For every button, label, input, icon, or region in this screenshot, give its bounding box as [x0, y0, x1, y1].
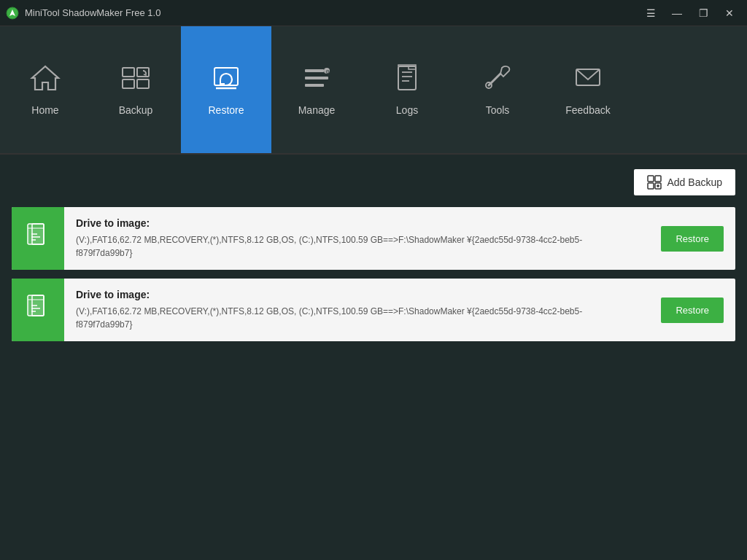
backup-card-side-icon-container — [12, 207, 64, 270]
minimize-button[interactable]: — — [665, 3, 689, 23]
svg-rect-9 — [305, 77, 328, 79]
titlebar: MiniTool ShadowMaker Free 1.0 ☰ — ❐ ✕ — [0, 0, 747, 26]
nav-label-restore: Restore — [208, 104, 244, 116]
svg-rect-8 — [305, 69, 324, 72]
backup-card: Drive to image: (V:),FAT16,62.72 MB,RECO… — [12, 279, 735, 341]
app-logo-icon — [6, 7, 19, 20]
close-button[interactable]: ✕ — [718, 3, 741, 23]
nav-item-home[interactable]: Home — [0, 26, 90, 153]
menu-button[interactable]: ☰ — [639, 3, 662, 23]
titlebar-controls: ☰ — ❐ ✕ — [639, 3, 741, 23]
nav-item-backup[interactable]: Backup — [90, 26, 181, 153]
backup-card-action: Restore — [649, 207, 735, 270]
backup-card-body: Drive to image: (V:),FAT16,62.72 MB,RECO… — [64, 279, 649, 341]
svg-rect-22 — [648, 183, 654, 189]
svg-text:⚙: ⚙ — [325, 69, 330, 74]
backup-card-description: (V:),FAT16,62.72 MB,RECOVERY,(*),NTFS,8.… — [76, 305, 638, 331]
nav-item-manage[interactable]: ⚙ Manage — [271, 26, 362, 153]
svg-rect-3 — [137, 68, 149, 77]
restore-button[interactable]: Restore — [661, 298, 724, 323]
backup-file-icon — [26, 294, 50, 327]
add-backup-icon — [647, 175, 662, 190]
restore-icon — [210, 63, 242, 97]
backup-card-action: Restore — [649, 279, 735, 341]
svg-rect-21 — [655, 176, 661, 182]
svg-rect-5 — [137, 79, 149, 88]
svg-rect-4 — [123, 79, 134, 88]
nav-label-logs: Logs — [396, 104, 418, 116]
navbar: Home Backup Restore — [0, 26, 747, 155]
svg-rect-20 — [648, 176, 654, 182]
tools-icon — [481, 63, 514, 97]
app-title: MiniTool ShadowMaker Free 1.0 — [25, 7, 160, 18]
nav-item-restore[interactable]: Restore — [181, 26, 271, 153]
content-area: Add Backup Drive to image: (V:), — [0, 155, 747, 560]
nav-label-feedback: Feedback — [565, 104, 610, 116]
backup-icon — [120, 63, 152, 97]
backup-card-description: (V:),FAT16,62.72 MB,RECOVERY,(*),NTFS,8.… — [76, 233, 638, 260]
maximize-button[interactable]: ❐ — [692, 3, 715, 23]
manage-icon: ⚙ — [301, 63, 333, 97]
backup-card-title: Drive to image: — [76, 289, 638, 300]
nav-item-feedback[interactable]: Feedback — [543, 26, 633, 153]
logs-icon — [391, 63, 423, 97]
backup-card-side-icon-container — [12, 279, 64, 341]
toolbar: Add Backup — [12, 169, 735, 195]
svg-rect-10 — [305, 84, 324, 87]
nav-label-home: Home — [31, 104, 58, 116]
backup-card: Drive to image: (V:),FAT16,62.72 MB,RECO… — [12, 207, 735, 270]
nav-label-backup: Backup — [119, 104, 153, 116]
home-icon — [29, 63, 61, 97]
nav-label-tools: Tools — [486, 104, 510, 116]
nav-item-tools[interactable]: Tools — [452, 26, 543, 153]
nav-item-logs[interactable]: Logs — [362, 26, 452, 153]
backup-card-body: Drive to image: (V:),FAT16,62.72 MB,RECO… — [64, 207, 649, 270]
nav-label-manage: Manage — [298, 104, 336, 116]
feedback-icon — [572, 63, 604, 97]
backup-list: Drive to image: (V:),FAT16,62.72 MB,RECO… — [12, 207, 735, 341]
backup-card-title: Drive to image: — [76, 217, 638, 229]
backup-file-icon — [26, 222, 50, 255]
svg-rect-13 — [398, 66, 416, 90]
add-backup-label: Add Backup — [667, 176, 723, 188]
svg-rect-2 — [123, 68, 134, 77]
svg-rect-6 — [214, 68, 238, 85]
titlebar-left: MiniTool ShadowMaker Free 1.0 — [6, 7, 160, 20]
restore-button[interactable]: Restore — [661, 226, 724, 252]
add-backup-button[interactable]: Add Backup — [634, 169, 736, 195]
